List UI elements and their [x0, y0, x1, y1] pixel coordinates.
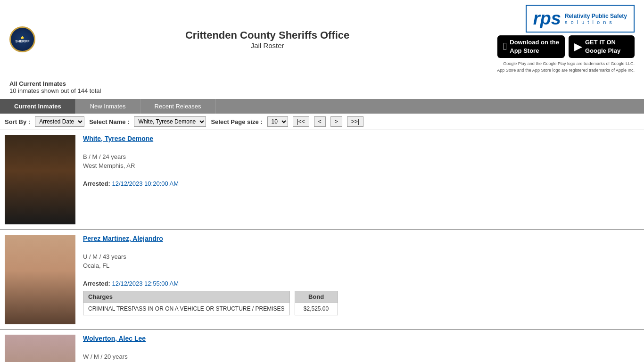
sheriff-badge: ⭐SHERIFF: [9, 26, 35, 52]
inmate-summary: All Current Inmates 10 inmates shown out…: [0, 78, 644, 99]
apple-pre: Download on the: [510, 38, 559, 47]
inmate-details: White, Tyrese DemoneB / M / 24 yearsWest…: [83, 135, 639, 224]
sort-label: Sort By :: [5, 118, 30, 125]
rps-letters: rps: [533, 8, 561, 29]
inmate-photo: [5, 235, 75, 324]
charges-header: Charges: [83, 291, 289, 303]
inmate-photo: [5, 335, 75, 362]
inmate-name[interactable]: White, Tyrese Demone: [83, 135, 639, 142]
page-title: Crittenden County Sheriffs Office Jail R…: [38, 29, 497, 49]
nav-last-button[interactable]: >>|: [347, 116, 363, 127]
inmate-demographics: B / M / 24 years: [83, 153, 639, 160]
inmate-location: West Memphis, AR: [83, 162, 639, 169]
bond-box: Bond$2,525.00: [295, 291, 338, 315]
filter-controls: Sort By : Arrested Date Select Name : Wh…: [0, 114, 644, 130]
google-btn-text: GET IT ON Google Play: [585, 38, 620, 55]
header-right: rps Relativity Public Safety s o l u t i…: [497, 5, 635, 74]
name-label: Select Name :: [89, 118, 129, 125]
inmate-count: 10 inmates shown out of 144 total: [9, 87, 635, 94]
sort-select[interactable]: Arrested Date: [35, 116, 84, 127]
google-play-button[interactable]: ▶ GET IT ON Google Play: [569, 35, 635, 58]
inmate-row: Wolverton, Alec LeeW / M / 20 yearsMemph…: [0, 330, 644, 362]
trademark-line1: Google Play and the Google Play logo are…: [497, 61, 635, 67]
tab-recent-releases[interactable]: Recent Releases: [140, 99, 216, 114]
page-size-select[interactable]: 10: [267, 116, 288, 127]
charges-bond-table: ChargesCRIMINAL TRESPASS IN OR ON A VEHI…: [83, 291, 639, 315]
name-select[interactable]: White, Tyrese Demone: [134, 116, 206, 127]
charges-content: CRIMINAL TRESPASS IN OR ON A VEHICLE OR …: [83, 303, 289, 315]
trademark-line2: App Store and the App Store logo are reg…: [497, 67, 635, 74]
inmate-demographics: W / M / 20 years: [83, 353, 639, 360]
google-pre: GET IT ON: [585, 38, 620, 47]
nav-next-button[interactable]: >: [330, 116, 342, 127]
nav-first-button[interactable]: |<<: [293, 116, 309, 127]
apple-icon: : [503, 41, 507, 53]
inmate-photo: [5, 135, 75, 224]
charges-box: ChargesCRIMINAL TRESPASS IN OR ON A VEHI…: [83, 291, 290, 315]
inmate-row: White, Tyrese DemoneB / M / 24 yearsWest…: [0, 130, 644, 230]
inmate-arrested: Arrested: 12/12/2023 10:20:00 AM: [83, 180, 639, 187]
office-name: Crittenden County Sheriffs Office: [38, 29, 497, 41]
inmate-name[interactable]: Wolverton, Alec Lee: [83, 335, 639, 342]
badge-label: ⭐SHERIFF: [16, 36, 30, 43]
nav-prev-button[interactable]: <: [314, 116, 326, 127]
rps-line1: Relativity Public Safety: [565, 13, 627, 19]
google-main: Google Play: [585, 47, 620, 55]
bond-amount: $2,525.00: [295, 303, 338, 315]
rps-logo: rps Relativity Public Safety s o l u t i…: [526, 5, 635, 33]
inmate-location: Ocala, FL: [83, 262, 639, 269]
inmate-list: White, Tyrese DemoneB / M / 24 yearsWest…: [0, 130, 644, 362]
apple-appstore-button[interactable]:  Download on the App Store: [497, 35, 565, 58]
rps-tagline: Relativity Public Safety s o l u t i o n…: [565, 13, 627, 25]
inmate-name[interactable]: Perez Martinez, Alejandro: [83, 235, 639, 242]
tab-new-inmates[interactable]: New Inmates: [76, 99, 140, 114]
app-store-buttons:  Download on the App Store ▶ GET IT ON …: [497, 35, 635, 58]
inmate-details: Perez Martinez, AlejandroU / M / 43 year…: [83, 235, 639, 324]
inmate-demographics: U / M / 43 years: [83, 253, 639, 260]
roster-subtitle: Jail Roster: [38, 41, 497, 49]
inmate-details: Wolverton, Alec LeeW / M / 20 yearsMemph…: [83, 335, 639, 362]
rps-line2: s o l u t i o n s: [565, 19, 627, 25]
inmate-summary-label: All Current Inmates: [9, 80, 635, 87]
inmate-row: Perez Martinez, AlejandroU / M / 43 year…: [0, 230, 644, 330]
tab-current-inmates[interactable]: Current Inmates: [0, 99, 76, 114]
trademark-notice: Google Play and the Google Play logo are…: [497, 61, 635, 74]
google-icon: ▶: [574, 41, 582, 53]
nav-tabs: Current Inmates New Inmates Recent Relea…: [0, 99, 644, 114]
apple-btn-text: Download on the App Store: [510, 38, 559, 55]
page-size-label: Select Page size :: [211, 118, 262, 125]
bond-header: Bond: [295, 291, 338, 303]
apple-main: App Store: [510, 47, 559, 55]
inmate-arrested: Arrested: 12/12/2023 12:55:00 AM: [83, 280, 639, 287]
